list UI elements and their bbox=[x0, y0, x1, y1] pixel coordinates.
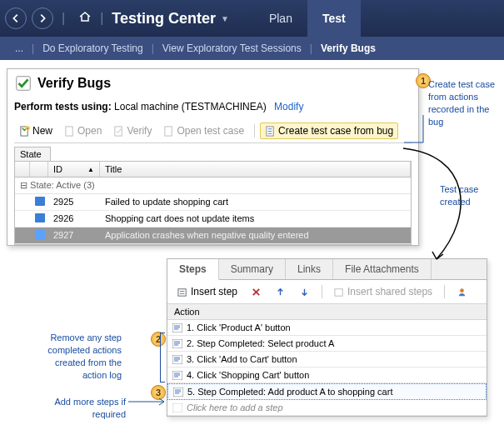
insert-step-button[interactable]: Insert step bbox=[172, 283, 242, 300]
callout-text-3: Add more steps if required bbox=[47, 396, 126, 421]
delete-step-icon[interactable] bbox=[246, 284, 267, 300]
add-step-hint[interactable]: Click here to add a step bbox=[167, 400, 487, 416]
tab-steps[interactable]: Steps bbox=[167, 259, 219, 280]
checkmark-icon bbox=[14, 74, 32, 92]
verify-button[interactable]: Verify bbox=[108, 122, 157, 139]
perform-label: Perform tests using: bbox=[14, 101, 112, 112]
step-row[interactable]: 2. Step Completed: Select product A bbox=[167, 336, 487, 352]
steps-tabs: Steps Summary Links File Attachments bbox=[167, 259, 487, 280]
table-row[interactable]: 2925 Failed to update shopping cart bbox=[15, 194, 411, 211]
callout-text-mid: Test case created bbox=[440, 183, 498, 208]
topbar-sep: | bbox=[62, 11, 65, 26]
table-row[interactable]: 2926 Shopping cart does not update items bbox=[15, 211, 411, 228]
step-row[interactable]: 3. Click 'Add to Cart' button bbox=[167, 352, 487, 368]
home-icon[interactable] bbox=[78, 10, 92, 27]
svg-rect-8 bbox=[178, 288, 186, 295]
grid-col-id[interactable]: ID▲ bbox=[48, 162, 100, 177]
toolbar-sep bbox=[254, 124, 255, 138]
subnav-more[interactable]: ... bbox=[7, 42, 32, 54]
open-test-case-button[interactable]: Open test case bbox=[158, 122, 249, 139]
perform-tests-line: Perform tests using: Local machine (TEST… bbox=[14, 101, 412, 112]
grid-col-expander bbox=[15, 162, 30, 177]
state-filter-header[interactable]: State bbox=[14, 147, 51, 161]
create-test-case-from-bug-button[interactable]: Create test case from bug bbox=[260, 122, 398, 139]
sort-asc-icon: ▲ bbox=[87, 166, 94, 173]
callout-text-2: Remove any step completed actions create… bbox=[30, 332, 122, 381]
step-row-selected[interactable]: 5. Step Completed: Add product A to shop… bbox=[167, 383, 487, 400]
back-button[interactable] bbox=[5, 8, 27, 29]
tab-plan[interactable]: Plan bbox=[254, 0, 307, 37]
subnav: ... | Do Exploratory Testing | View Expl… bbox=[0, 37, 504, 60]
modify-link[interactable]: Modify bbox=[274, 101, 303, 112]
svg-rect-6 bbox=[165, 126, 172, 135]
move-down-icon[interactable] bbox=[294, 284, 315, 300]
brand-dropdown-icon[interactable]: ▼ bbox=[221, 14, 229, 23]
panel-title: Verify Bugs bbox=[37, 76, 111, 91]
tab-file-attachments[interactable]: File Attachments bbox=[333, 259, 432, 279]
svg-text:✶: ✶ bbox=[26, 126, 29, 130]
move-up-icon[interactable] bbox=[270, 284, 291, 300]
app-brand: Testing Center bbox=[112, 10, 216, 28]
app-topbar: | | Testing Center ▼ Plan Test bbox=[0, 0, 504, 37]
steps-toolbar: Insert step Insert shared steps bbox=[167, 280, 487, 304]
bugs-grid: ID▲ Title ⊟ State: Active (3) 2925 Faile… bbox=[14, 161, 412, 245]
panel-toolbar: ✶ New Open Verify Open test case Create … bbox=[14, 119, 412, 143]
tab-test[interactable]: Test bbox=[307, 0, 361, 37]
perform-value: Local machine (TESTMACHINEA) bbox=[114, 101, 267, 112]
group-row-active[interactable]: ⊟ State: Active (3) bbox=[15, 178, 411, 194]
tab-summary[interactable]: Summary bbox=[219, 259, 286, 279]
action-column-header: Action bbox=[167, 304, 487, 320]
grid-col-icon bbox=[30, 162, 48, 177]
step-row[interactable]: 4. Click 'Shopping Cart' button bbox=[167, 368, 487, 383]
svg-rect-9 bbox=[335, 288, 342, 295]
insert-shared-steps-button[interactable]: Insert shared steps bbox=[329, 283, 437, 300]
grid-col-title[interactable]: Title bbox=[100, 162, 411, 177]
svg-point-10 bbox=[460, 288, 464, 292]
subnav-verify-bugs[interactable]: Verify Bugs bbox=[312, 42, 384, 54]
subnav-exploratory[interactable]: Do Exploratory Testing bbox=[34, 42, 152, 54]
forward-button[interactable] bbox=[32, 8, 53, 29]
svg-rect-5 bbox=[115, 126, 122, 135]
person-icon[interactable] bbox=[452, 284, 472, 300]
callout-text-1: Create test case from actions recorded i… bbox=[428, 78, 500, 128]
callout-badge-3: 3 bbox=[151, 385, 166, 400]
steps-panel: Steps Summary Links File Attachments Ins… bbox=[167, 258, 487, 417]
open-button[interactable]: Open bbox=[59, 122, 107, 139]
new-button[interactable]: ✶ New bbox=[14, 122, 57, 139]
verify-bugs-panel: Verify Bugs Perform tests using: Local m… bbox=[7, 68, 419, 246]
tab-links[interactable]: Links bbox=[286, 259, 333, 279]
svg-rect-16 bbox=[172, 403, 182, 412]
step-row[interactable]: 1. Click 'Product A' button bbox=[167, 320, 487, 336]
topbar-sep2: | bbox=[100, 11, 103, 26]
subnav-view-sessions[interactable]: View Exploratory Test Sessions bbox=[154, 42, 310, 54]
svg-rect-4 bbox=[66, 126, 72, 135]
table-row-selected[interactable]: 2927 Application crashes when negative q… bbox=[15, 228, 411, 244]
callout-bracket-2 bbox=[160, 332, 165, 382]
